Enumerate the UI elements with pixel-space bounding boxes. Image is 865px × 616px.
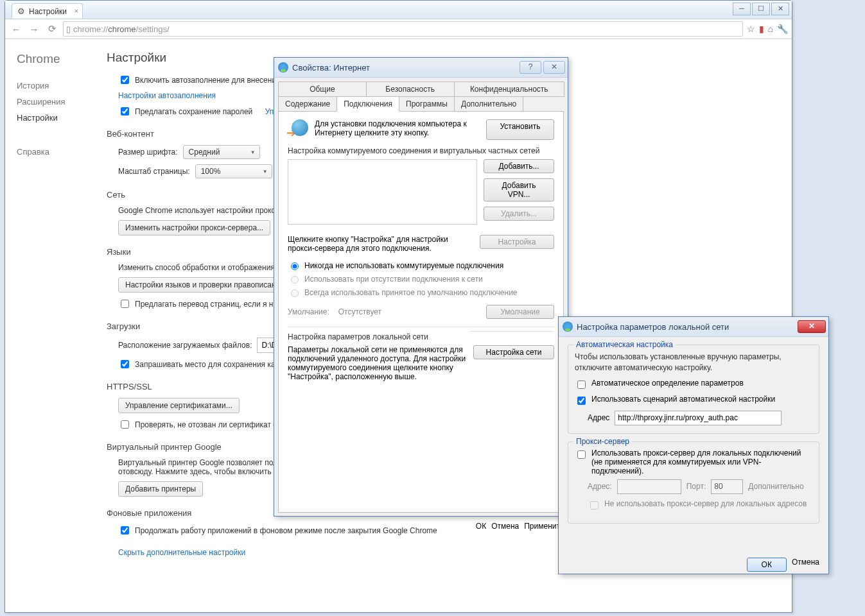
autofill-settings-link[interactable]: Настройки автозаполнения [118, 91, 216, 100]
autofill-checkbox[interactable] [121, 76, 129, 84]
tab-privacy[interactable]: Конфиденциальность [454, 81, 564, 97]
lan-settings-dialog: Настройка параметров локальной сети ✕ Ав… [558, 316, 829, 574]
default-label: Умолчание: [288, 307, 329, 316]
file-icon: ▯ [66, 24, 71, 34]
globe-icon [563, 321, 573, 332]
zoom-label: Масштаб страницы: [118, 167, 190, 176]
proxy-advanced-button[interactable]: Дополнительно [748, 482, 803, 491]
proxy-address-input [617, 479, 681, 494]
add-vpn-button[interactable]: Добавить VPN... [484, 178, 554, 201]
tab-advanced[interactable]: Дополнительно [454, 96, 523, 112]
sidebar-history[interactable]: История [17, 78, 100, 94]
dial-label: Настройка коммутируемого соединения и ви… [288, 146, 554, 155]
wrench-icon[interactable]: 🔧 [777, 24, 788, 34]
auto-script-checkbox[interactable] [577, 397, 586, 405]
lan-dialog-body: Автоматическая настройка Чтобы использов… [559, 337, 828, 558]
radio-never[interactable] [291, 262, 299, 270]
delete-button[interactable]: Удалить... [484, 207, 554, 221]
minimize-button[interactable]: ─ [733, 3, 751, 15]
network-desc: Google Chrome использует настройки прокс… [118, 206, 279, 215]
close-button[interactable]: ✕ [771, 3, 789, 15]
autofill-label: Включить автозаполнение для внесения д [135, 76, 287, 85]
address-bar[interactable]: ▯ chrome://chrome/settings/ [63, 21, 743, 37]
dialog-close-button[interactable]: ✕ [543, 61, 565, 74]
setup-text: Для установки подключения компьютера к И… [315, 119, 480, 140]
tab-programs[interactable]: Программы [399, 96, 455, 112]
maximize-button[interactable]: ☐ [752, 3, 770, 15]
tab-connections[interactable]: Подключения [336, 96, 399, 112]
add-printers-button[interactable]: Добавить принтеры [118, 481, 203, 497]
cloud-print-desc: Виртуальный принтер Google позволяет пол… [118, 458, 281, 476]
languages-desc: Изменить способ обработки и отображения … [118, 263, 281, 272]
titlebar: ⚙ Настройки × ─ ☐ ✕ [5, 1, 792, 19]
languages-button[interactable]: Настройки языков и проверки правописания [118, 277, 292, 293]
add-button[interactable]: Добавить... [484, 159, 554, 173]
radio-absent [291, 276, 299, 284]
dialog-titlebar[interactable]: Свойства: Интернет ? ✕ [274, 58, 568, 78]
lan-label: Настройка параметров локальной сети [288, 332, 428, 341]
use-proxy-label: Использовать прокси-сервер для локальных… [591, 449, 812, 475]
font-size-label: Размер шрифта: [118, 148, 178, 157]
toolbar: ← → ⟳ ▯ chrome://chrome/settings/ ☆ ▮ ⌂ … [5, 19, 792, 39]
certificates-button[interactable]: Управление сертификатами... [118, 398, 240, 413]
tab-security[interactable]: Безопасность [366, 81, 455, 97]
background-apps-checkbox[interactable] [121, 526, 129, 535]
sidebar-settings[interactable]: Настройки [17, 110, 100, 126]
sidebar-help[interactable]: Справка [17, 144, 100, 160]
revocation-checkbox[interactable] [121, 420, 129, 429]
lan-dialog-titlebar[interactable]: Настройка параметров локальной сети ✕ [559, 317, 828, 337]
dialog-title: Свойства: Интернет [292, 63, 370, 73]
auto-detect-checkbox[interactable] [577, 381, 586, 389]
star-icon[interactable]: ☆ [747, 24, 755, 34]
back-button[interactable]: ← [9, 22, 23, 36]
sidebar-extensions[interactable]: Расширения [17, 94, 100, 110]
download-location-label: Расположение загружаемых файлов: [118, 341, 252, 350]
sidebar: Chrome История Расширения Настройки Спра… [5, 39, 100, 612]
auto-script-label: Использовать сценарий автоматической нас… [591, 395, 775, 404]
script-address-label: Адрес [588, 413, 609, 422]
use-proxy-checkbox[interactable] [577, 450, 586, 459]
default-value: Отсутствует [338, 307, 477, 316]
lan-hint: Параметры локальной сети не применяются … [288, 345, 467, 381]
lan-close-button[interactable]: ✕ [798, 320, 826, 333]
reload-button[interactable]: ⟳ [45, 22, 59, 36]
apply-button[interactable]: Применит [524, 522, 560, 531]
translate-label: Предлагать перевод страниц, если я не вл [135, 300, 288, 309]
ok-button[interactable]: ОК [476, 522, 486, 531]
radio-always [291, 289, 299, 297]
browser-tab[interactable]: ⚙ Настройки × [12, 3, 83, 19]
tab-general[interactable]: Общие [278, 81, 367, 97]
proxy-settings-button[interactable]: Изменить настройки прокси-сервера... [118, 220, 270, 235]
forward-button[interactable]: → [27, 22, 41, 36]
dialog-body: ➔ Для установки подключения компьютера к… [278, 111, 564, 513]
help-button[interactable]: ? [520, 61, 541, 74]
lan-ok-button[interactable]: ОК [747, 558, 787, 572]
configure-button[interactable]: Настройка [480, 235, 554, 249]
translate-checkbox[interactable] [121, 300, 129, 308]
close-icon[interactable]: × [74, 7, 78, 15]
internet-properties-dialog: Свойства: Интернет ? ✕ Общие Безопасност… [274, 57, 568, 517]
font-size-select[interactable]: Средний [183, 145, 260, 159]
tab-content[interactable]: Содержание [278, 96, 337, 112]
lan-cancel-button[interactable]: Отмена [792, 558, 819, 572]
proxy-fieldset: Прокси-сервер Использовать прокси-сервер… [568, 441, 819, 524]
setup-button[interactable]: Установить [486, 119, 554, 140]
download-ask-checkbox[interactable] [121, 360, 129, 368]
passwords-checkbox[interactable] [121, 107, 129, 116]
bypass-local-label: Не использовать прокси-сервер для локаль… [604, 499, 807, 508]
home-icon[interactable]: ⌂ [768, 24, 773, 34]
tab-row-2: Содержание Подключения Программы Дополни… [274, 96, 568, 111]
script-address-input[interactable] [615, 411, 782, 425]
zoom-select[interactable]: 100% [195, 164, 272, 178]
url-host: chrome [108, 24, 135, 34]
connections-listbox[interactable] [288, 159, 477, 225]
tab-row-1: Общие Безопасность Конфиденциальность [274, 78, 568, 96]
flag-icon[interactable]: ▮ [759, 24, 764, 34]
default-button[interactable]: Умолчание [486, 305, 554, 319]
cancel-button[interactable]: Отмена [491, 522, 519, 531]
hide-advanced-link[interactable]: Скрыть дополнительные настройки [118, 548, 245, 557]
globe-icon [278, 62, 288, 73]
proxy-port-label: Порт: [686, 482, 706, 491]
lan-settings-button[interactable]: Настройка сети [473, 345, 554, 359]
window-controls: ─ ☐ ✕ [733, 3, 789, 15]
